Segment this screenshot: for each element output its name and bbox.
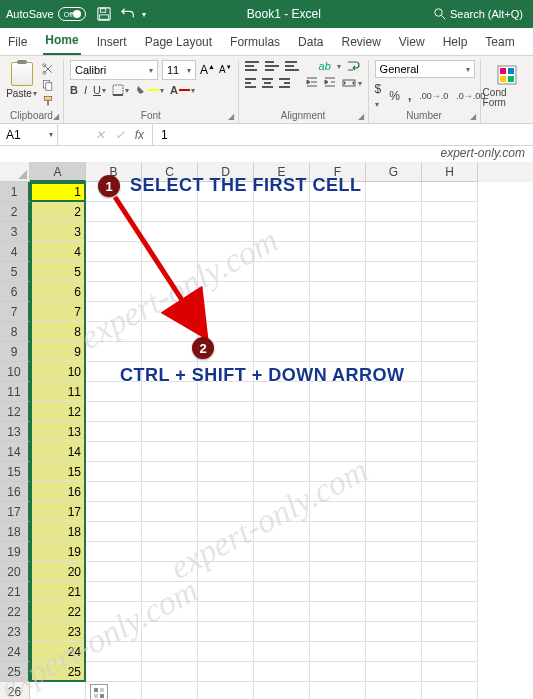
cell[interactable] [86,322,142,342]
column-header[interactable]: A [30,162,86,182]
cell[interactable] [366,582,422,602]
cell[interactable] [366,182,422,202]
cell[interactable] [254,582,310,602]
row-header[interactable]: 4 [0,242,30,262]
row-header[interactable]: 8 [0,322,30,342]
cell[interactable] [310,262,366,282]
cell[interactable] [366,262,422,282]
cell[interactable] [198,602,254,622]
cell[interactable] [198,542,254,562]
font-color-button[interactable]: A▾ [170,84,195,96]
cell[interactable] [366,362,422,382]
cell[interactable] [422,222,478,242]
cell[interactable]: 3 [30,222,86,242]
cell[interactable] [86,462,142,482]
cell[interactable] [142,562,198,582]
italic-button[interactable]: I [84,84,87,96]
cell[interactable] [422,302,478,322]
cell[interactable] [198,422,254,442]
cell[interactable] [310,182,366,202]
cell[interactable]: 8 [30,322,86,342]
cell[interactable] [366,242,422,262]
number-format-select[interactable]: General▾ [375,60,475,78]
cell[interactable] [254,422,310,442]
cell[interactable] [142,462,198,482]
align-middle-icon[interactable] [265,61,279,71]
cell[interactable]: 7 [30,302,86,322]
cell[interactable] [310,342,366,362]
row-header[interactable]: 7 [0,302,30,322]
align-bottom-icon[interactable] [285,61,299,71]
cell[interactable]: 4 [30,242,86,262]
cell[interactable] [422,382,478,402]
cell[interactable]: 20 [30,562,86,582]
increase-font-icon[interactable]: A▲ [200,63,215,77]
tab-help[interactable]: Help [441,29,470,55]
cell[interactable] [86,442,142,462]
search-box[interactable]: Search (Alt+Q) [430,8,527,20]
wrap-text-button[interactable] [347,60,361,72]
align-right-icon[interactable] [279,78,290,88]
cell[interactable]: 24 [30,642,86,662]
cell[interactable] [86,642,142,662]
cell[interactable] [422,482,478,502]
cell[interactable] [310,362,366,382]
cell[interactable] [422,542,478,562]
cell[interactable] [422,282,478,302]
cell[interactable] [254,362,310,382]
cell[interactable] [142,422,198,442]
align-top-icon[interactable] [245,61,259,71]
autosave-toggle[interactable]: AutoSave Off [6,7,86,21]
cell[interactable]: 13 [30,422,86,442]
cell[interactable] [310,462,366,482]
cell[interactable] [198,242,254,262]
cell[interactable] [422,322,478,342]
cell[interactable] [198,502,254,522]
cell[interactable] [366,402,422,422]
cell[interactable] [142,582,198,602]
cell[interactable] [310,642,366,662]
row-header[interactable]: 24 [0,642,30,662]
row-header[interactable]: 17 [0,502,30,522]
cell[interactable]: 5 [30,262,86,282]
cell[interactable] [254,322,310,342]
cell[interactable] [310,662,366,682]
column-header[interactable]: H [422,162,478,182]
cell[interactable] [142,182,198,202]
select-all-corner[interactable] [0,162,30,182]
cell[interactable]: 6 [30,282,86,302]
cell[interactable] [310,402,366,422]
cell[interactable] [366,522,422,542]
cell[interactable] [422,522,478,542]
cell[interactable] [366,202,422,222]
column-header[interactable]: F [310,162,366,182]
merge-center-button[interactable]: ▾ [342,77,362,89]
paste-button[interactable]: Paste▾ [6,60,37,99]
row-header[interactable]: 9 [0,342,30,362]
row-header[interactable]: 14 [0,442,30,462]
cell[interactable] [86,622,142,642]
cell[interactable] [310,502,366,522]
cell[interactable] [142,222,198,242]
cell[interactable] [310,422,366,442]
row-header[interactable]: 18 [0,522,30,542]
cell[interactable] [366,382,422,402]
cell[interactable] [254,242,310,262]
cell[interactable] [198,342,254,362]
cell[interactable] [198,402,254,422]
cell[interactable] [198,362,254,382]
cell[interactable] [254,662,310,682]
font-launcher-icon[interactable]: ◢ [228,112,234,121]
cell[interactable] [422,182,478,202]
clipboard-launcher-icon[interactable]: ◢ [53,112,59,121]
cell[interactable] [254,202,310,222]
cell[interactable] [422,442,478,462]
cell[interactable] [86,282,142,302]
cell[interactable]: 25 [30,662,86,682]
cell[interactable] [142,442,198,462]
bold-button[interactable]: B [70,84,78,96]
cell[interactable] [422,242,478,262]
row-header[interactable]: 26 [0,682,30,699]
cell[interactable] [422,462,478,482]
accounting-format-button[interactable]: $ ▾ [375,82,382,110]
